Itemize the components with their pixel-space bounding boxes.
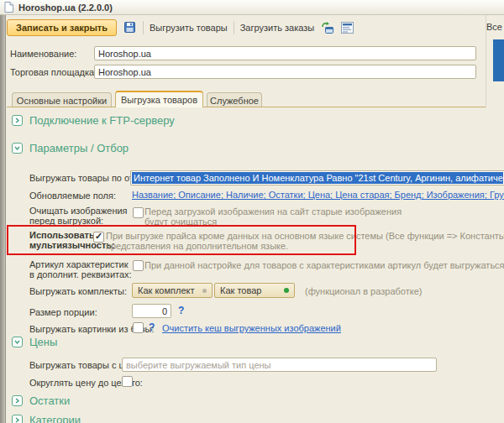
- chevron-right-icon[interactable]: [12, 415, 23, 423]
- section-stock[interactable]: Остатки: [12, 394, 70, 407]
- sync-exchange-icon[interactable]: [320, 20, 334, 34]
- clear-images-hint-line1: Перед загрузкой изображения на сайт стар…: [144, 206, 402, 217]
- document-icon: [4, 2, 13, 13]
- option-label: Как товар: [220, 285, 261, 295]
- filter-input[interactable]: Интернет товар Заполнено И Номенклатура …: [130, 170, 504, 185]
- multilang-checkbox[interactable]: [93, 232, 104, 243]
- bundles-label: Выгружать комплекты:: [29, 286, 127, 296]
- radio-off-icon: [202, 289, 207, 293]
- app-window: Horoshop.ua (2.2.0.0) Все д Записать и з…: [0, 0, 504, 423]
- multilang-hint-line2: представления на дополнительном языке.: [106, 241, 288, 251]
- chevron-down-icon[interactable]: [12, 337, 23, 347]
- portion-label: Размер порции:: [29, 307, 97, 317]
- clear-images-checkbox[interactable]: [133, 207, 144, 218]
- clear-images-label-line1: Очищать изображения: [29, 206, 128, 216]
- tab-service[interactable]: Служебное: [207, 92, 262, 107]
- clear-images-hint-line2: будут очищаться: [144, 217, 217, 227]
- load-orders-button[interactable]: Загрузить заказы: [240, 23, 314, 33]
- portion-help[interactable]: ?: [178, 305, 184, 316]
- sku-hint: При данной настройке для товаров с харак…: [144, 260, 504, 270]
- chevron-right-icon[interactable]: [12, 395, 23, 406]
- round-price-checkbox[interactable]: [122, 376, 133, 387]
- sku-label-line2: в дополнит. реквизитах:: [29, 269, 132, 279]
- chevron-right-icon[interactable]: [12, 115, 23, 126]
- portion-input[interactable]: [132, 304, 171, 318]
- section-categories[interactable]: Категории: [12, 414, 81, 423]
- tab-main-settings[interactable]: Основные настройки: [12, 92, 112, 107]
- bundles-switch: Как комплект Как товар: [132, 283, 295, 298]
- tab-product-export[interactable]: Выгрузка товаров: [115, 91, 203, 107]
- section-label: Остатки: [29, 394, 70, 407]
- bundles-option-as-product[interactable]: Как товар: [214, 283, 295, 298]
- section-prices[interactable]: Цены: [12, 336, 57, 348]
- price-type-input[interactable]: [122, 358, 437, 372]
- platform-label: Торговая площадка:: [10, 67, 97, 77]
- option-label: Как комплект: [138, 285, 194, 295]
- section-label: Категории: [29, 414, 81, 423]
- clear-images-label-line2: перед выгрузкой:: [29, 216, 103, 226]
- section-params-filter[interactable]: Параметры / Отбор: [12, 142, 129, 154]
- bundles-note: (функционал в разработке): [305, 286, 422, 296]
- sku-label-line1: Артикул характеристик: [29, 259, 129, 269]
- tab-strip-underline: [7, 107, 486, 107]
- name-label: Наименование:: [10, 49, 76, 59]
- section-label: Цены: [29, 336, 57, 348]
- multilang-label-line1: Использовать: [29, 230, 95, 240]
- toolbar-separator: [143, 21, 144, 34]
- section-ftp-connection[interactable]: Подключение к FTP-серверу: [12, 114, 175, 127]
- bundles-option-as-bundle[interactable]: Как комплект: [132, 283, 213, 298]
- toolbar-separator: [234, 21, 234, 34]
- all-actions-button[interactable]: Все д: [486, 22, 504, 32]
- save-and-close-button[interactable]: Записать и закрыть: [7, 19, 117, 36]
- command-bar: Записать и закрыть Выгрузить товары Загр…: [7, 17, 484, 38]
- name-input[interactable]: [94, 46, 476, 60]
- section-label: Подключение к FTP-серверу: [29, 114, 175, 127]
- title-bar: Horoshop.ua (2.2.0.0): [0, 0, 504, 15]
- sku-checkbox[interactable]: [133, 260, 144, 271]
- updated-fields-label: Обновляемые поля:: [29, 191, 116, 201]
- radio-on-icon: [284, 288, 289, 293]
- left-window-edge: [0, 15, 6, 423]
- multilang-hint-line1: При выгрузке прайса кроме данных на осно…: [106, 231, 504, 241]
- filter-selected-text: Интернет товар Заполнено И Номенклатура …: [132, 172, 503, 184]
- save-icon[interactable]: [123, 20, 137, 34]
- report-form-icon[interactable]: [340, 20, 354, 34]
- platform-input[interactable]: [94, 65, 476, 79]
- section-label: Параметры / Отбор: [29, 142, 129, 154]
- pictures-checkbox[interactable]: [133, 322, 144, 333]
- chevron-down-icon[interactable]: [12, 143, 23, 154]
- background-panel-fragment: [493, 39, 504, 81]
- pictures-help[interactable]: ?: [149, 321, 155, 333]
- clear-image-cache-link[interactable]: Очистить кеш выгруженных изображений: [162, 323, 341, 333]
- updated-fields-link[interactable]: Название; Описание; Наличие; Остатки; Це…: [132, 190, 504, 200]
- window-title: Horoshop.ua (2.2.0.0): [18, 3, 113, 13]
- upload-products-button[interactable]: Выгрузить товары: [150, 23, 228, 33]
